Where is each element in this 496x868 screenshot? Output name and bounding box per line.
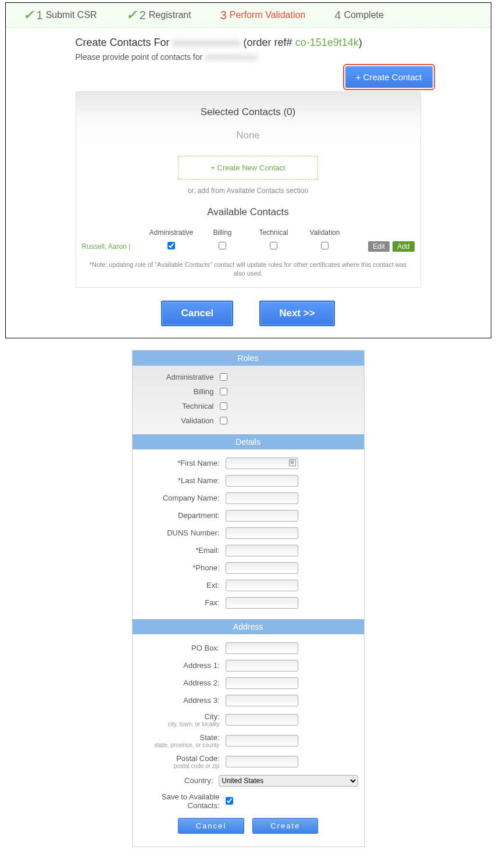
col-technical: Technical [248,228,299,237]
address2-field[interactable] [226,677,298,689]
phone-field[interactable] [226,562,298,574]
selected-contacts-heading: Selected Contacts (0) [82,106,415,118]
company-name-field[interactable] [226,492,298,504]
check-icon: ✓ [126,8,137,23]
col-validation: Validation [299,228,351,237]
step-registrant: ✓2 Registrant [126,8,191,23]
state-field[interactable] [226,735,298,746]
role-billing-label: Billing [133,387,220,396]
roles-header: Roles [133,351,364,366]
add-button[interactable]: Add [392,241,414,252]
edit-button[interactable]: Edit [368,241,390,252]
note-text: *Note: updating role of "Available Conta… [82,260,415,278]
country-select[interactable]: United States [219,775,358,787]
address-header: Address [133,619,364,634]
page-title: Create Contacts For xxxxxxxxxxxxx (order… [76,37,421,49]
save-to-available-checkbox[interactable] [226,797,233,805]
department-field[interactable] [226,510,298,521]
step-complete: 4 Complete [334,8,384,23]
wizard-steps: ✓1 Submit CSR ✓2 Registrant 3 Perform Va… [6,3,491,28]
address1-field[interactable] [226,660,298,671]
role-billing-checkbox[interactable] [220,388,227,395]
create-new-contact-button[interactable]: + Create New Contact [178,156,317,180]
first-name-field[interactable] [226,458,298,469]
validation-checkbox[interactable] [321,242,329,249]
postal-code-field[interactable] [226,756,298,767]
role-technical-checkbox[interactable] [220,402,227,410]
step-submit-csr: ✓1 Submit CSR [23,8,97,23]
role-technical-label: Technical [133,402,220,410]
ext-field[interactable] [226,580,298,591]
last-name-field[interactable] [226,475,298,487]
create-contact-button[interactable]: + Create Contact [345,66,433,88]
admin-checkbox[interactable] [167,242,175,249]
po-box-field[interactable] [226,642,298,654]
cancel-button[interactable]: Cancel [161,301,233,326]
contact-name[interactable]: Russell, Aaron | [82,242,146,251]
check-icon: ✓ [23,8,34,23]
col-billing: Billing [197,228,248,237]
step-perform-validation: 3 Perform Validation [220,8,306,23]
role-admin-checkbox[interactable] [220,373,227,381]
contact-row: Russell, Aaron | Edit Add [82,241,415,252]
contacts-panel: Selected Contacts (0) None + Create New … [76,91,421,288]
contact-card-icon: ⊞ [289,459,296,466]
fax-field[interactable] [226,597,298,609]
email-field[interactable] [226,545,298,556]
billing-checkbox[interactable] [219,242,226,249]
form-create-button[interactable]: Create [252,818,318,834]
role-validation-label: Validation [133,416,220,425]
role-admin-label: Administrative [133,373,220,381]
role-validation-checkbox[interactable] [220,417,227,424]
or-text: or, add from Available Contacts section [82,187,415,195]
duns-number-field[interactable] [226,527,298,539]
next-button[interactable]: Next >> [259,301,334,326]
city-field[interactable] [226,714,298,726]
col-admin: Administrative [146,228,197,237]
address3-field[interactable] [226,695,298,706]
available-contacts-heading: Available Contacts [82,206,415,218]
technical-checkbox[interactable] [270,242,277,249]
details-header: Details [133,434,364,449]
page-subtitle: Please provide point of contacts for xxx… [76,52,421,62]
form-cancel-button[interactable]: Cancel [178,818,244,834]
contact-form: Roles Administrative Billing Technical V… [132,350,365,847]
none-text: None [82,130,415,141]
